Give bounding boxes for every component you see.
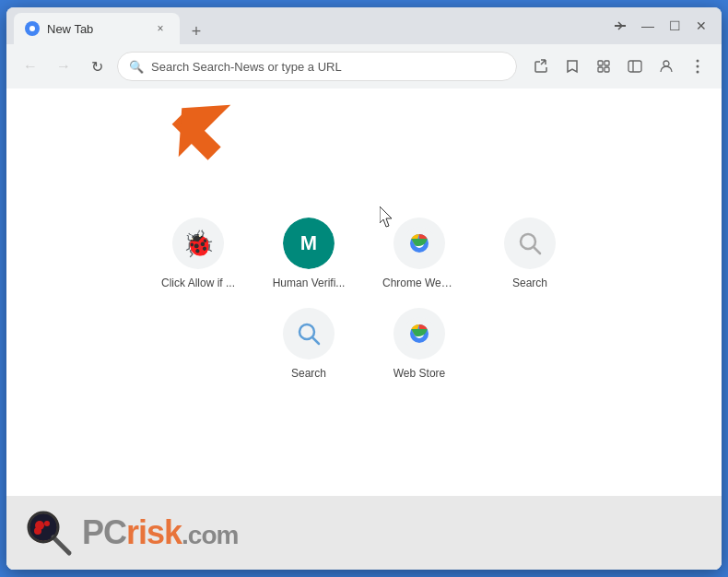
click-allow-label: Click Allow if ... — [161, 277, 235, 289]
tab-title: New Tab — [47, 22, 145, 36]
footer: PCrisk.com — [6, 496, 722, 570]
svg-line-21 — [312, 337, 319, 344]
chrome-web-icon — [393, 218, 445, 269]
menu-dots-icon — [696, 59, 699, 74]
address-search-icon: 🔍 — [129, 60, 144, 74]
extensions-icon — [596, 59, 611, 74]
sidebar-icon — [628, 59, 642, 74]
click-allow-icon: 🐞 — [172, 218, 224, 269]
svg-rect-5 — [598, 67, 603, 72]
window-controls: — ☐ ✕ — [614, 18, 714, 33]
profile-icon-btn[interactable] — [653, 53, 679, 79]
nav-icons — [528, 53, 710, 79]
share-icon-btn[interactable] — [528, 53, 554, 79]
shortcuts-grid: 🐞 Click Allow if ... M Human Verifi... — [161, 218, 567, 380]
browser-window: New Tab × + — ☐ ✕ ← → ↻ 🔍 Search Search-… — [6, 7, 722, 570]
minimize-btn[interactable]: — — [641, 18, 654, 33]
web-store-icon — [393, 308, 445, 359]
shortcuts-row-2: Search Web Store — [272, 308, 456, 380]
close-btn[interactable]: ✕ — [696, 18, 707, 33]
search-2-label: Search — [291, 367, 326, 380]
mouse-cursor — [380, 206, 398, 232]
svg-point-12 — [697, 71, 699, 74]
title-bar: New Tab × + — ☐ ✕ — [6, 7, 722, 44]
svg-line-28 — [53, 537, 69, 553]
nav-bar: ← → ↻ 🔍 Search Search-News or type a URL — [6, 44, 722, 88]
shortcut-search-2[interactable]: Search — [272, 308, 346, 380]
shortcut-click-allow[interactable]: 🐞 Click Allow if ... — [161, 218, 235, 289]
menu-icon-btn[interactable] — [685, 53, 710, 79]
forward-button[interactable]: → — [51, 53, 76, 79]
profile-icon — [659, 59, 674, 74]
collapse-icon — [614, 19, 627, 32]
svg-point-1 — [29, 26, 35, 31]
search-1-icon — [504, 218, 556, 269]
shortcut-human-verif[interactable]: M Human Verifi... — [272, 218, 346, 289]
svg-rect-7 — [628, 61, 641, 72]
svg-point-26 — [44, 521, 50, 526]
tab-close-btn[interactable]: × — [152, 20, 169, 37]
search-1-label: Search — [512, 277, 547, 289]
svg-point-10 — [697, 60, 699, 63]
svg-line-19 — [534, 247, 540, 253]
shortcut-search-1[interactable]: Search — [493, 218, 567, 289]
search-2-icon — [283, 308, 335, 359]
web-store-label: Web Store — [393, 367, 445, 380]
maximize-btn[interactable]: ☐ — [669, 18, 681, 33]
share-icon — [534, 59, 548, 74]
bookmark-icon — [565, 59, 580, 74]
main-content: 🐞 Click Allow if ... M Human Verifi... — [6, 88, 722, 570]
new-tab-button[interactable]: + — [183, 18, 209, 44]
address-bar[interactable]: 🔍 Search Search-News or type a URL — [117, 52, 517, 81]
bookmark-icon-btn[interactable] — [559, 53, 585, 79]
shortcut-web-store[interactable]: Web Store — [382, 308, 456, 380]
back-button[interactable]: ← — [18, 53, 43, 79]
svg-rect-6 — [605, 67, 609, 72]
orange-arrow — [163, 96, 246, 179]
human-verif-label: Human Verifi... — [273, 277, 346, 289]
pcrisk-icon — [25, 509, 73, 557]
svg-point-27 — [34, 527, 41, 535]
svg-rect-3 — [598, 61, 603, 65]
svg-point-9 — [663, 61, 669, 66]
chrome-web-label: Chrome Web ... — [382, 277, 456, 289]
sidebar-icon-btn[interactable] — [622, 53, 648, 79]
tab-favicon — [25, 21, 40, 36]
address-text: Search Search-News or type a URL — [151, 60, 505, 74]
extensions-icon-btn[interactable] — [591, 53, 616, 79]
svg-rect-4 — [605, 61, 609, 65]
human-verif-icon: M — [283, 218, 335, 269]
active-tab[interactable]: New Tab × — [14, 13, 180, 44]
tab-area: New Tab × + — [14, 7, 209, 44]
pcrisk-logo-text: PCrisk.com — [82, 513, 238, 552]
shortcuts-row-1: 🐞 Click Allow if ... M Human Verifi... — [161, 218, 567, 289]
refresh-button[interactable]: ↻ — [84, 53, 110, 79]
svg-point-11 — [697, 65, 699, 68]
